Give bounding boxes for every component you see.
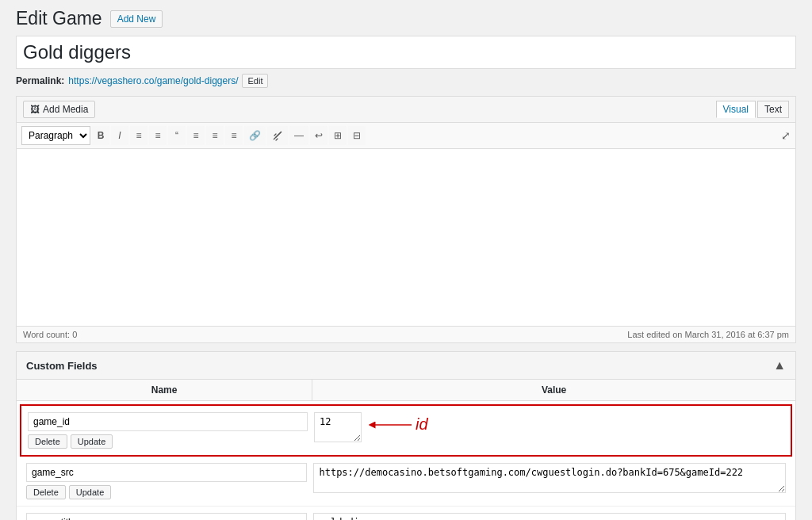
table-button[interactable]: ⊞ [329, 126, 347, 145]
page-title: Edit Game [16, 8, 102, 29]
editor-toolbar-format: Paragraph Heading 1 Heading 2 Heading 3 … [17, 123, 795, 149]
editor-toolbar-top: 🖼 Add Media Visual Text [17, 97, 795, 123]
cf-row-game-src: Delete Update https://democasino.betsoft… [17, 457, 795, 507]
add-media-button[interactable]: 🖼 Add Media [23, 101, 95, 118]
expand-icon[interactable]: ⤢ [781, 129, 791, 142]
annotation-id-text: id [416, 415, 428, 434]
last-edited: Last edited on March 31, 2016 at 6:37 pm [627, 330, 789, 339]
permalink-label: Permalink: [16, 75, 64, 86]
cf-header-name: Name [17, 380, 312, 400]
permalink-link[interactable]: https://vegashero.co/game/gold-diggers/ [68, 75, 238, 86]
annotation-container: id [368, 415, 428, 434]
editor-container: 🖼 Add Media Visual Text Paragraph Headin… [16, 96, 796, 343]
paragraph-select[interactable]: Paragraph Heading 1 Heading 2 Heading 3 [21, 126, 90, 145]
blockquote-button[interactable]: “ [168, 126, 186, 145]
bold-button[interactable]: B [92, 126, 109, 145]
align-center-button[interactable]: ≡ [206, 126, 224, 145]
ol-button[interactable]: ≡ [149, 126, 167, 145]
tab-visual[interactable]: Visual [716, 101, 756, 118]
link-button[interactable]: 🔗 [244, 126, 266, 145]
ul-button[interactable]: ≡ [130, 126, 147, 145]
italic-button[interactable]: I [111, 126, 128, 145]
add-new-button[interactable]: Add New [110, 10, 163, 28]
media-icon: 🖼 [30, 104, 40, 115]
cf-name-input-game-id[interactable] [28, 412, 308, 431]
cf-value-textarea-game-src[interactable]: https://democasino.betsoftgaming.com/cwg… [313, 463, 786, 493]
cf-row-game-title: Delete Update gold-diggers [17, 507, 795, 520]
cf-name-input-game-src[interactable] [26, 463, 307, 482]
align-left-button[interactable]: ≡ [187, 126, 205, 145]
cf-update-game-src[interactable]: Update [69, 485, 111, 499]
unlink-button[interactable] [267, 126, 288, 145]
cf-delete-game-src[interactable]: Delete [26, 485, 66, 499]
custom-fields-title: Custom Fields [26, 360, 98, 372]
editor-mode-tabs: Visual Text [716, 101, 789, 118]
cf-delete-game-id[interactable]: Delete [28, 434, 67, 449]
editor-footer: Word count: 0 Last edited on March 31, 2… [17, 326, 795, 342]
cf-value-cell-game-title: gold-diggers [313, 513, 786, 520]
cf-row-game-id: Delete Update 12 [20, 404, 792, 457]
tab-text[interactable]: Text [757, 101, 789, 118]
cf-name-cell-game-id: Delete Update [28, 412, 308, 449]
post-title-input[interactable] [16, 36, 796, 69]
annotation-arrow [368, 417, 416, 433]
hr-button[interactable]: — [289, 126, 308, 145]
permalink-row: Permalink: https://vegashero.co/game/gol… [16, 74, 796, 88]
cf-table-header: Name Value [17, 380, 795, 401]
custom-fields-header: Custom Fields ▲ [17, 352, 795, 380]
cf-header-value: Value [312, 380, 795, 400]
cf-value-cell-game-id: 12 id [314, 412, 784, 442]
custom-fields-section: Custom Fields ▲ Name Value Delete Update… [16, 351, 796, 520]
cf-update-game-id[interactable]: Update [71, 434, 113, 449]
cf-value-textarea-game-id[interactable]: 12 [314, 412, 362, 442]
page-header: Edit Game Add New [16, 8, 796, 29]
edit-permalink-button[interactable]: Edit [242, 74, 268, 88]
undo-button[interactable]: ↩ [310, 126, 327, 145]
cf-name-cell-game-title: Delete Update [26, 513, 307, 520]
word-count: Word count: 0 [23, 330, 77, 339]
cf-name-cell-game-src: Delete Update [26, 463, 307, 499]
cf-value-textarea-game-title[interactable]: gold-diggers [313, 513, 786, 520]
align-right-button[interactable]: ≡ [225, 126, 243, 145]
editor-content-area[interactable] [17, 149, 795, 323]
cf-name-input-game-title[interactable] [26, 513, 307, 520]
cf-value-cell-game-src: https://democasino.betsoftgaming.com/cwg… [313, 463, 786, 495]
collapse-icon[interactable]: ▲ [773, 358, 786, 373]
more-button[interactable]: ⊟ [348, 126, 366, 145]
